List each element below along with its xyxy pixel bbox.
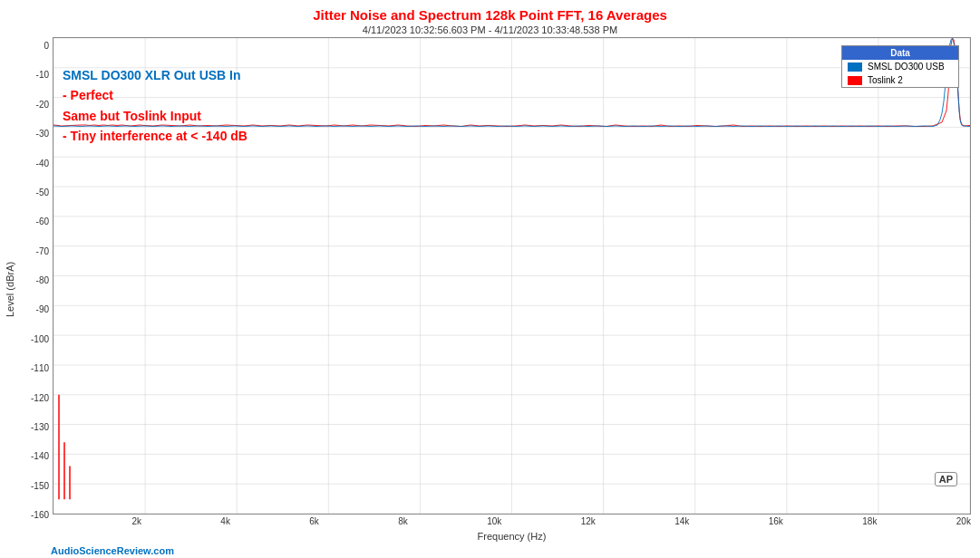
chart-title: Jitter Noise and Spectrum 128k Point FFT… (0, 0, 980, 24)
annotation-line3: Same but Toslink Input (63, 109, 201, 123)
y-tick: -140 (18, 451, 49, 461)
x-axis-ticks: 2k 4k 6k 8k 10k 12k 14k 16k 18k 20k (53, 515, 980, 531)
y-tick: -60 (18, 216, 49, 226)
x-tick-4k: 4k (220, 516, 230, 531)
x-tick-10k: 10k (487, 516, 501, 531)
legend-box: Data SMSL DO300 USB Toslink 2 (841, 45, 959, 88)
x-tick-20k: 20k (956, 516, 971, 531)
legend-label-usb: SMSL DO300 USB (868, 62, 945, 72)
y-tick: -10 (18, 70, 49, 80)
x-tick-16k: 16k (769, 516, 783, 531)
y-axis-ticks: 0-10-20-30-40-50-60-70-80-90-100-110-120… (18, 37, 53, 542)
x-axis-label: Frequency (Hz) (53, 531, 971, 542)
legend-header: Data (842, 46, 958, 60)
legend-item-usb: SMSL DO300 USB (842, 60, 958, 73)
legend-item-toslink: Toslink 2 (842, 73, 958, 87)
annotation-line2: - Perfect (63, 88, 113, 102)
chart-subtitle: 4/11/2023 10:32:56.603 PM - 4/11/2023 10… (0, 24, 980, 37)
plot-area: SMSL DO300 XLR Out USB In - Perfect Same… (53, 37, 971, 515)
x-tick-8k: 8k (398, 516, 408, 531)
annotation-line1: SMSL DO300 XLR Out USB In (63, 68, 241, 82)
y-tick: -70 (18, 246, 49, 256)
y-tick: -80 (18, 275, 49, 285)
y-tick: -50 (18, 188, 49, 197)
x-tick-2k: 2k (131, 516, 141, 531)
watermark: AudioScienceReview.com (51, 544, 174, 558)
legend-label-toslink: Toslink 2 (868, 75, 903, 85)
y-tick: -90 (18, 304, 49, 314)
y-tick: -110 (18, 363, 49, 373)
y-tick: -150 (18, 481, 49, 491)
y-tick: -20 (18, 100, 49, 110)
x-tick-12k: 12k (581, 516, 596, 531)
y-tick: 0 (18, 41, 49, 51)
y-tick: -40 (18, 159, 49, 168)
ap-logo: AP (935, 472, 957, 486)
x-tick-18k: 18k (862, 516, 877, 531)
y-tick: -160 (18, 510, 49, 520)
annotation-block: SMSL DO300 XLR Out USB In - Perfect Same… (63, 65, 247, 147)
y-tick: -130 (18, 422, 49, 432)
y-tick: -30 (18, 129, 49, 139)
legend-color-toslink (848, 76, 862, 85)
x-tick-6k: 6k (309, 516, 319, 531)
x-tick-14k: 14k (674, 516, 689, 531)
y-tick: -100 (18, 334, 49, 344)
y-axis-label: Level (dBrA) (2, 37, 18, 542)
chart-container: Jitter Noise and Spectrum 128k Point FFT… (0, 0, 980, 558)
annotation-line4: - Tiny interference at < -140 dB (63, 129, 247, 143)
legend-color-usb (848, 63, 862, 72)
y-tick: -120 (18, 393, 49, 403)
